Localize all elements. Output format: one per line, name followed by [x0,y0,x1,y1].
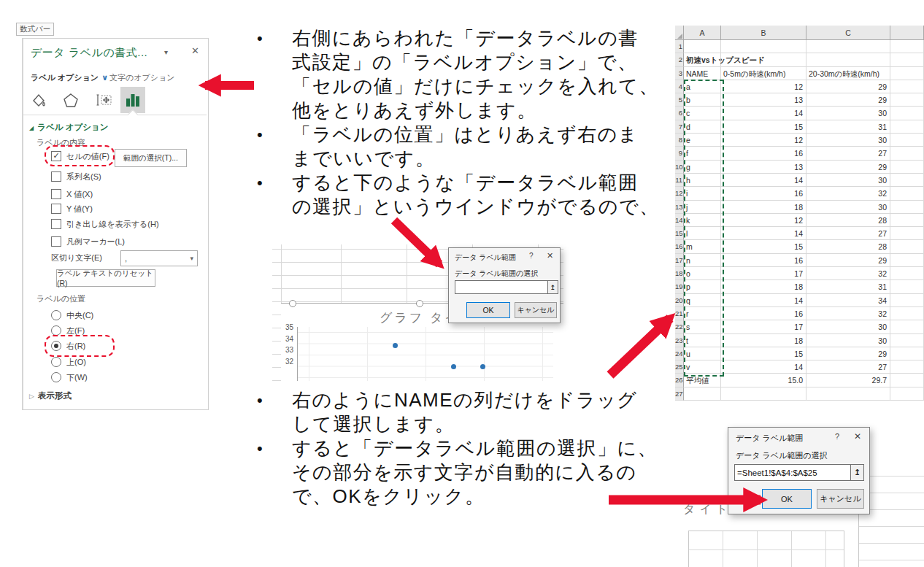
cell[interactable]: 初速vsトップスピード [684,53,721,66]
cell[interactable]: 17 [721,267,806,280]
fill-line-icon[interactable] [26,87,51,113]
cell[interactable] [890,267,924,280]
cell[interactable]: 29 [806,347,890,360]
radio-option[interactable]: 下(W) [51,371,88,383]
row-number[interactable]: 3 [675,67,684,80]
cell[interactable] [721,40,806,53]
row-number[interactable]: 27 [675,387,684,401]
cell[interactable] [890,147,924,160]
chart-resize-handle[interactable] [289,300,296,307]
checkbox-option[interactable]: 引き出し線を表示する(H) [51,218,159,230]
cell[interactable]: 12 [721,134,806,147]
cell[interactable]: 32 [806,187,890,200]
cell[interactable]: 14 [721,360,806,374]
cell[interactable] [890,93,924,107]
row-number[interactable]: 24 [675,347,684,360]
cell[interactable] [806,40,890,53]
cell[interactable]: 18 [721,201,806,214]
cell[interactable] [890,347,924,360]
row-number[interactable]: 11 [675,174,684,187]
cell[interactable]: 0-5mの時速(km/h) [721,67,806,80]
cell[interactable]: 32 [806,267,890,280]
close-icon[interactable]: ✕ [854,431,861,441]
cell[interactable]: 30 [806,320,890,333]
row-number[interactable]: 7 [675,120,684,134]
cell[interactable] [890,227,924,240]
cell[interactable] [890,67,924,80]
cell[interactable]: 13 [721,161,806,174]
radio-circle[interactable] [51,372,61,382]
cell[interactable]: 29 [806,161,890,174]
cell[interactable]: NAME [684,67,721,80]
cell[interactable] [890,201,924,214]
cell[interactable] [890,174,924,187]
row-number[interactable]: 6 [675,107,684,120]
cell[interactable] [684,387,721,401]
cell[interactable]: 29 [806,80,890,93]
cell[interactable]: 14 [721,227,806,240]
tab-label-options[interactable]: ラベル オプション∨ [31,72,108,83]
pane-close-icon[interactable]: ✕ [191,45,199,56]
cell[interactable] [890,107,924,120]
cancel-button[interactable]: キャンセル [515,302,557,318]
size-properties-icon[interactable] [92,87,117,113]
reset-label-text-button[interactable]: ラベル テキストのリセット(R) [56,269,155,287]
radio-circle[interactable] [51,310,61,320]
cell[interactable] [890,294,924,307]
checkbox-box[interactable] [51,219,61,229]
cell[interactable] [806,53,890,66]
separator-combobox[interactable]: , ▾ [120,250,198,266]
cell[interactable] [890,320,924,333]
checkbox-box[interactable] [51,204,61,214]
checkbox-option[interactable]: X 値(X) [51,188,93,200]
column-header[interactable]: C [806,26,890,40]
effects-icon[interactable] [58,87,83,113]
column-header[interactable] [890,26,924,40]
cell[interactable]: 32 [806,307,890,320]
section-label-options[interactable]: ◢ラベル オプション [29,122,109,133]
cell[interactable]: 27 [806,227,890,240]
cell[interactable] [890,374,924,387]
row-number[interactable]: 12 [675,187,684,200]
column-header[interactable]: B [721,26,806,40]
cell[interactable] [890,214,924,227]
cell[interactable] [890,80,924,93]
cell[interactable]: 18 [721,280,806,293]
range-input[interactable]: =Sheet1!$A$4:$A$25 [734,464,854,481]
collapse-dialog-icon[interactable]: ↥ [850,464,864,481]
row-number[interactable]: 1 [675,40,684,53]
checkbox-option[interactable]: Y 値(Y) [51,203,93,215]
row-number[interactable]: 9 [675,147,684,160]
cell[interactable]: 13 [721,93,806,107]
cell[interactable]: 12 [721,214,806,227]
cell[interactable] [890,360,924,374]
cell[interactable]: 15 [721,120,806,134]
cell[interactable] [890,161,924,174]
ok-button[interactable]: OK [466,302,510,318]
cell[interactable]: 14 [721,107,806,120]
radio-option[interactable]: 中央(C) [51,309,93,321]
cell[interactable] [890,387,924,401]
radio-circle[interactable] [51,325,61,336]
cell[interactable] [890,307,924,320]
cell[interactable]: 34 [806,294,890,307]
cell[interactable]: 15.0 [721,374,806,387]
cell[interactable]: 30 [806,134,890,147]
row-number[interactable]: 22 [675,320,684,333]
cell[interactable]: 30 [806,334,890,347]
row-number[interactable]: 2 [675,53,684,66]
cell[interactable]: 29 [806,254,890,267]
cell[interactable]: 30 [806,174,890,187]
cell[interactable] [890,53,924,66]
row-number[interactable]: 8 [675,134,684,147]
cell[interactable]: 28 [806,240,890,253]
help-icon[interactable]: ? [835,432,839,441]
cell[interactable]: 16 [721,147,806,160]
cell[interactable]: 15 [721,240,806,253]
row-number[interactable]: 17 [675,254,684,267]
section-display-format[interactable]: ▷表示形式 [29,390,72,401]
cell[interactable] [890,334,924,347]
cell[interactable]: 18 [721,334,806,347]
row-number[interactable]: 13 [675,201,684,214]
cell[interactable] [890,280,924,293]
